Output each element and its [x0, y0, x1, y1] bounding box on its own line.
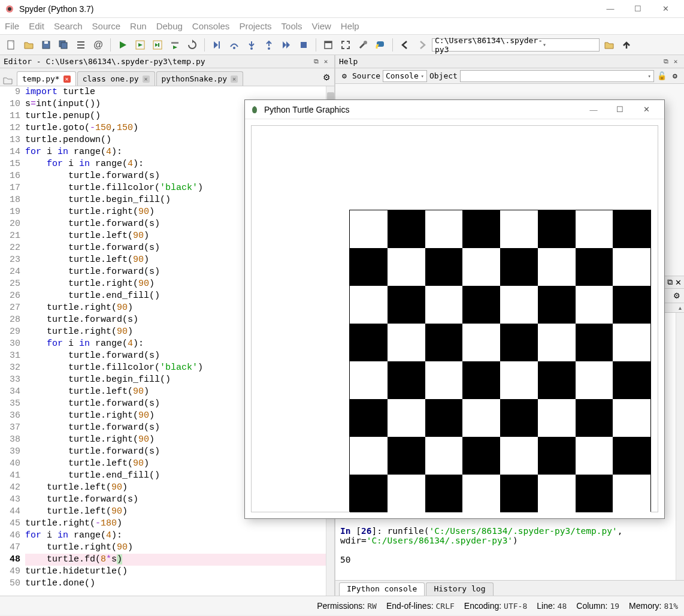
help-undock-icon[interactable]: ⧉: [661, 58, 671, 65]
at-icon[interactable]: @: [90, 37, 106, 53]
chess-square: [538, 286, 576, 324]
save-all-icon[interactable]: [56, 37, 71, 53]
help-gear-icon[interactable]: ⚙: [670, 71, 680, 80]
working-dir-combo[interactable]: C:\Users\86134\.spyder-py3▾: [432, 38, 600, 52]
menu-edit[interactable]: Edit: [29, 21, 44, 31]
line-number: 18: [0, 194, 20, 206]
menu-consoles[interactable]: Consoles: [192, 21, 230, 31]
menu-search[interactable]: Search: [54, 21, 83, 31]
chess-square: [462, 361, 500, 399]
code-line[interactable]: turtle.done(): [25, 578, 326, 590]
outline-icon[interactable]: [73, 37, 89, 53]
editor-close-icon[interactable]: ✕: [321, 58, 331, 65]
console-options-icon[interactable]: ⚙: [673, 291, 680, 300]
minimize-button[interactable]: —: [597, 1, 624, 17]
browse-dir-icon[interactable]: [601, 37, 617, 53]
chessboard-drawing: [349, 210, 651, 512]
code-line[interactable]: turtle.hideturtle(): [25, 566, 326, 578]
help-close-icon[interactable]: ✕: [671, 58, 680, 65]
status-eol-value: CRLF: [436, 602, 455, 611]
chess-square: [350, 399, 388, 437]
chess-square: [500, 437, 538, 475]
run-cell-advance-icon[interactable]: [150, 37, 165, 53]
save-icon[interactable]: [38, 37, 54, 53]
help-object-combo[interactable]: ▾: [460, 70, 654, 82]
turtle-close-button[interactable]: ✕: [633, 101, 659, 118]
new-file-icon[interactable]: [4, 37, 19, 53]
chess-square: [576, 324, 613, 361]
chess-square: [500, 361, 538, 399]
menu-file[interactable]: File: [5, 21, 19, 31]
help-object-label: Object: [429, 71, 458, 80]
chess-square: [425, 399, 463, 437]
step-out-icon[interactable]: [261, 37, 277, 53]
tab-close-icon[interactable]: ✕: [63, 76, 71, 83]
menu-tools[interactable]: Tools: [282, 21, 302, 31]
parent-dir-icon[interactable]: [619, 37, 634, 53]
code-line[interactable]: for i in range(4):: [25, 530, 326, 542]
maximize-pane-icon[interactable]: [320, 37, 336, 53]
line-number: 49: [0, 566, 20, 578]
step-over-icon[interactable]: [226, 37, 242, 53]
chess-square: [538, 475, 576, 512]
menu-run[interactable]: Run: [130, 21, 147, 31]
menu-debug[interactable]: Debug: [156, 21, 183, 31]
menu-projects[interactable]: Projects: [239, 21, 271, 31]
code-line[interactable]: turtle.fd(8*s): [25, 554, 326, 566]
stop-debug-icon[interactable]: [296, 37, 311, 53]
status-col-label: Column:: [576, 601, 607, 611]
line-number: 24: [0, 266, 20, 278]
run-icon[interactable]: [115, 37, 131, 53]
code-line[interactable]: turtle.right(-180): [25, 518, 326, 530]
turtle-maximize-button[interactable]: ☐: [607, 101, 633, 118]
tab-close-icon[interactable]: ✕: [231, 76, 238, 83]
turtle-minimize-button[interactable]: —: [580, 101, 607, 118]
console-tab[interactable]: History log: [426, 582, 493, 596]
editor-options-icon[interactable]: ⚙: [323, 73, 331, 82]
menu-source[interactable]: Source: [92, 21, 121, 31]
svg-rect-6: [61, 43, 67, 49]
editor-tab[interactable]: temp.py*✕: [17, 71, 76, 86]
chess-square: [425, 437, 463, 475]
run-selection-icon[interactable]: [167, 37, 183, 53]
chess-square: [576, 210, 613, 248]
python-path-icon[interactable]: [373, 37, 388, 53]
tab-close-icon[interactable]: ✕: [143, 76, 150, 83]
line-number: 48: [0, 554, 20, 566]
code-line[interactable]: import turtle: [25, 86, 326, 98]
file-browser-icon[interactable]: [2, 75, 13, 86]
console-scroll-up-icon[interactable]: ▴: [679, 304, 682, 311]
chess-square: [388, 475, 425, 512]
fullscreen-icon[interactable]: [338, 37, 353, 53]
run-cell-icon[interactable]: [132, 37, 148, 53]
code-line[interactable]: turtle.right(90): [25, 542, 326, 554]
turtle-titlebar[interactable]: Python Turtle Graphics — ☐ ✕: [245, 100, 664, 119]
rerun-icon[interactable]: [184, 37, 200, 53]
continue-icon[interactable]: [279, 37, 294, 53]
line-number: 13: [0, 134, 20, 146]
console-scrollbar[interactable]: [676, 313, 684, 580]
debug-icon[interactable]: [209, 37, 225, 53]
varexp-close-icon[interactable]: ✕: [675, 278, 682, 287]
chess-square: [425, 248, 463, 286]
console-tab[interactable]: IPython console: [339, 582, 425, 596]
line-number: 11: [0, 110, 20, 122]
forward-icon[interactable]: [414, 37, 430, 53]
step-into-icon[interactable]: [244, 37, 259, 53]
turtle-window[interactable]: Python Turtle Graphics — ☐ ✕: [244, 99, 665, 519]
preferences-icon[interactable]: [355, 37, 371, 53]
maximize-button[interactable]: ☐: [624, 1, 652, 17]
close-button[interactable]: ✕: [652, 1, 679, 17]
editor-tab[interactable]: pythonSnake.py✕: [156, 71, 244, 86]
line-number: 46: [0, 530, 20, 542]
back-icon[interactable]: [397, 37, 413, 53]
help-lock-icon[interactable]: 🔓: [656, 71, 667, 80]
editor-undock-icon[interactable]: ⧉: [311, 58, 321, 65]
open-file-icon[interactable]: [21, 37, 37, 53]
menu-help[interactable]: Help: [341, 21, 359, 31]
help-options-icon[interactable]: ⚙: [339, 71, 350, 80]
varexp-undock-icon[interactable]: ⧉: [667, 277, 673, 287]
menu-view[interactable]: View: [312, 21, 331, 31]
help-source-combo[interactable]: Console▾: [383, 70, 427, 82]
editor-tab[interactable]: class one.py✕: [77, 71, 155, 86]
